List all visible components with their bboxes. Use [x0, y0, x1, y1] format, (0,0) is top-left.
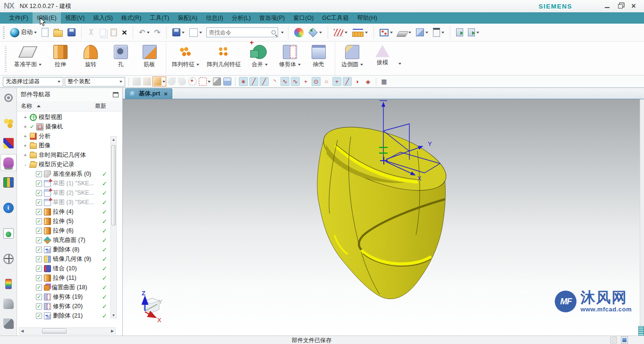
window-previous-button[interactable]: [455, 27, 465, 37]
ribbon-draft[interactable]: 拔模: [367, 42, 398, 75]
chevron-down-icon[interactable]: [441, 32, 444, 34]
tree-group-image[interactable]: + ✓ 图像: [17, 141, 122, 150]
undo-button[interactable]: ↶: [137, 27, 151, 38]
command-assistant-button[interactable]: [293, 27, 305, 38]
tool-work-part-highlight[interactable]: [153, 77, 166, 86]
resource-reuse-library[interactable]: [1, 174, 16, 190]
tool-redo-selection[interactable]: [178, 77, 186, 86]
expand-toggle[interactable]: -: [23, 162, 28, 167]
chevron-down-icon[interactable]: [147, 32, 150, 34]
menu-view[interactable]: 视图(V): [61, 12, 89, 24]
chevron-down-icon[interactable]: [298, 64, 301, 66]
sort-ascending-icon[interactable]: [37, 105, 41, 107]
table-row[interactable]: ✓ 缝合 (10) ✓: [17, 264, 122, 273]
selection-filter-dropdown[interactable]: 无选择过滤器: [3, 77, 63, 86]
display-style-button[interactable]: [188, 27, 203, 38]
checkbox-checked[interactable]: ✓: [36, 171, 42, 177]
table-row[interactable]: ✓ 草图 (2) "SKE... ✓: [17, 188, 122, 198]
restore-button[interactable]: [614, 1, 627, 11]
checkbox-checked[interactable]: ✓: [36, 237, 42, 243]
table-row[interactable]: ✓ 修剪体 (20) ✓: [17, 301, 122, 311]
chevron-down-icon[interactable]: [265, 64, 268, 66]
tool-shaded-preview[interactable]: [212, 77, 221, 86]
table-row[interactable]: ✓ 草图 (1) "SKE... ✓: [17, 179, 122, 188]
resource-internet[interactable]: i: [1, 200, 16, 216]
menu-format[interactable]: 格式(R): [117, 12, 145, 24]
menu-insert[interactable]: 插入(S): [89, 12, 117, 24]
table-row[interactable]: ✓ 填充曲面 (7) ✓: [17, 235, 122, 245]
ribbon-extrude[interactable]: 拉伸: [45, 42, 76, 75]
chevron-down-icon[interactable]: [182, 32, 185, 34]
snap-intersection-point[interactable]: +: [332, 77, 341, 86]
graphics-canvas[interactable]: Y X Z X Y MF: [123, 99, 644, 335]
tool-rectangle-select[interactable]: [198, 77, 211, 86]
menu-assemblies[interactable]: 装配(A): [173, 12, 202, 24]
selection-box-icon[interactable]: [621, 336, 628, 344]
ribbon-rib[interactable]: 筋板: [136, 42, 166, 75]
checkbox-checked[interactable]: ✓: [36, 181, 42, 187]
ribbon-edge-blend[interactable]: 边倒圆: [337, 42, 367, 75]
scrollbar-thumb[interactable]: [111, 145, 116, 225]
chevron-down-icon[interactable]: [390, 32, 393, 34]
menu-analysis[interactable]: 分析(L): [228, 12, 255, 24]
display-cube-button[interactable]: [415, 27, 430, 37]
horizontal-scrollbar[interactable]: ◀ ▶: [19, 327, 116, 335]
chevron-down-icon[interactable]: [365, 32, 368, 34]
checkbox-checked[interactable]: ✓: [36, 313, 42, 319]
search-icon[interactable]: [271, 30, 276, 34]
selection-scope-dropdown[interactable]: 整个装配: [65, 77, 125, 86]
blank-panel-button[interactable]: [432, 27, 446, 38]
tool-select-class[interactable]: [132, 77, 141, 86]
measure-button[interactable]: [351, 27, 369, 38]
table-row[interactable]: ✓ 拉伸 (6) ✓: [17, 226, 122, 235]
checkbox-checked[interactable]: ✓: [36, 256, 42, 262]
expand-toggle[interactable]: +: [23, 143, 28, 148]
fence-selection-button[interactable]: [332, 28, 349, 37]
save-button[interactable]: [66, 27, 77, 37]
table-row[interactable]: ✓ 拉伸 (11) ✓: [17, 273, 122, 283]
resource-history[interactable]: [1, 251, 16, 267]
scan-tray-button[interactable]: [396, 27, 413, 38]
expand-toggle[interactable]: +: [23, 133, 28, 139]
snap-table-button[interactable]: ▦: [380, 77, 389, 86]
chevron-down-icon[interactable]: [319, 32, 322, 34]
scroll-right-icon[interactable]: ▶: [110, 328, 115, 334]
scroll-left-icon[interactable]: ◀: [19, 328, 25, 334]
checkbox-checked[interactable]: ✓: [36, 275, 42, 281]
table-row[interactable]: ✓ 删除体 (8) ✓: [17, 245, 122, 254]
tree-group-analysis[interactable]: + ✓ 分析: [17, 131, 122, 141]
chevron-down-icon[interactable]: [281, 32, 284, 34]
checkbox-checked[interactable]: ✓: [36, 228, 42, 234]
chevron-down-icon[interactable]: [425, 32, 428, 34]
resource-roles-gear[interactable]: [1, 90, 16, 106]
expand-toggle[interactable]: +: [23, 114, 28, 120]
snap-facet-vertex[interactable]: ◈: [364, 77, 373, 86]
resource-constraint-navigator[interactable]: [1, 135, 16, 151]
ribbon-grip[interactable]: [5, 45, 7, 72]
table-row[interactable]: ✓ 拉伸 (4) ✓: [17, 207, 122, 216]
tree-group-model-views[interactable]: + ✓ 模型视图: [17, 112, 122, 122]
viewport-scroll-strip[interactable]: [640, 99, 644, 335]
chevron-down-icon[interactable]: [360, 64, 363, 66]
window-layout-button[interactable]: [378, 28, 394, 37]
ribbon-datum-plane[interactable]: 基准平面: [10, 42, 45, 75]
close-button[interactable]: ×: [627, 1, 640, 11]
ribbon-pattern-geometry[interactable]: 阵列几何特征: [203, 42, 245, 75]
checkbox-checked[interactable]: ✓: [36, 218, 42, 224]
snap-center-point[interactable]: ⊙: [312, 77, 321, 86]
tool-transparent-preview[interactable]: [223, 77, 232, 86]
checkbox-checked[interactable]: ✓: [36, 266, 42, 272]
menu-window[interactable]: 窗口(O): [289, 12, 318, 24]
resource-materials[interactable]: [1, 276, 16, 292]
tool-undo-selection[interactable]: [167, 77, 176, 86]
group-dropdown[interactable]: [398, 65, 401, 71]
vertical-scrollbar[interactable]: ▲ ▼: [110, 136, 117, 318]
chevron-down-icon[interactable]: [408, 32, 411, 34]
mesh-display-icon[interactable]: [610, 336, 617, 344]
snap-curve-point[interactable]: ∿: [291, 77, 300, 86]
resource-assembly-navigator[interactable]: [1, 115, 16, 131]
resource-web-browser[interactable]: [1, 225, 16, 241]
window-switch-button[interactable]: [466, 27, 481, 37]
menu-information[interactable]: 信息(I): [202, 12, 228, 24]
menu-edit[interactable]: 编辑(E): [33, 12, 61, 24]
